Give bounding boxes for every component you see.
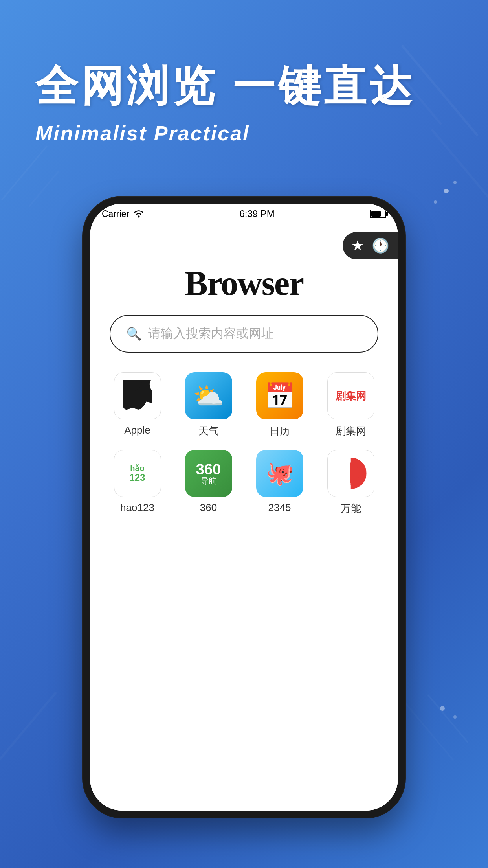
- screen-content: ★ 🕐 Browser 🔍 请输入搜索内容或网址: [90, 224, 398, 811]
- status-right: [370, 210, 386, 218]
- svg-point-0: [138, 216, 140, 218]
- app-item-hao123[interactable]: hǎo 123 hao123: [106, 450, 169, 515]
- app-label-360: 360: [200, 502, 217, 514]
- history-icon[interactable]: 🕐: [372, 237, 389, 254]
- status-left: Carrier: [102, 209, 144, 219]
- battery-icon: [370, 210, 386, 218]
- app-item-weather[interactable]: ⛅ 天气: [177, 372, 240, 438]
- app-item-wangneng[interactable]: 万能: [319, 450, 382, 515]
- app-icon-2345: 🐙: [256, 450, 303, 497]
- battery-fill: [371, 211, 381, 217]
- app-label-wangneng: 万能: [341, 502, 361, 515]
- app-item-2345[interactable]: 🐙 2345: [248, 450, 311, 515]
- app-label-drama: 剧集网: [336, 424, 366, 438]
- app-label-hao123: hao123: [120, 502, 154, 514]
- phone-mockup: Carrier 6:39 PM: [83, 197, 405, 818]
- app-icon-drama: 剧集网: [327, 372, 374, 419]
- browser-logo-text: Browser: [90, 263, 398, 303]
- search-icon: 🔍: [126, 326, 142, 341]
- header-section: 全网浏览 一键直达 Minimalist Practical: [35, 63, 415, 145]
- app-icon-apple: [114, 372, 161, 419]
- subtitle: Minimalist Practical: [35, 121, 415, 145]
- app-label-2345: 2345: [268, 502, 291, 514]
- carrier-label: Carrier: [102, 209, 129, 219]
- app-item-drama[interactable]: 剧集网 剧集网: [319, 372, 382, 438]
- app-label-weather: 天气: [198, 424, 219, 438]
- app-icon-weather: ⛅: [185, 372, 232, 419]
- search-bar-container[interactable]: 🔍 请输入搜索内容或网址: [90, 315, 398, 353]
- app-grid: Apple ⛅ 天气 📅 日历: [90, 372, 398, 515]
- phone-body: Carrier 6:39 PM: [83, 197, 405, 818]
- app-item-apple[interactable]: Apple: [106, 372, 169, 438]
- wifi-icon: [133, 210, 144, 218]
- phone-screen: Carrier 6:39 PM: [90, 204, 398, 811]
- app-label-apple: Apple: [124, 424, 150, 436]
- main-title: 全网浏览 一键直达: [35, 63, 415, 110]
- status-time: 6:39 PM: [239, 208, 274, 219]
- search-placeholder-text: 请输入搜索内容或网址: [148, 325, 274, 342]
- app-item-calendar[interactable]: 📅 日历: [248, 372, 311, 438]
- app-label-calendar: 日历: [270, 424, 290, 438]
- search-bar[interactable]: 🔍 请输入搜索内容或网址: [110, 315, 378, 353]
- bookmark-toolbar[interactable]: ★ 🕐: [343, 232, 398, 259]
- bookmark-icon[interactable]: ★: [351, 237, 364, 254]
- app-icon-hao123: hǎo 123: [114, 450, 161, 497]
- app-icon-360: 360 导航: [185, 450, 232, 497]
- app-icon-wangneng: [327, 450, 374, 497]
- status-bar: Carrier 6:39 PM: [90, 204, 398, 224]
- app-item-360[interactable]: 360 导航 360: [177, 450, 240, 515]
- app-icon-calendar: 📅: [256, 372, 303, 419]
